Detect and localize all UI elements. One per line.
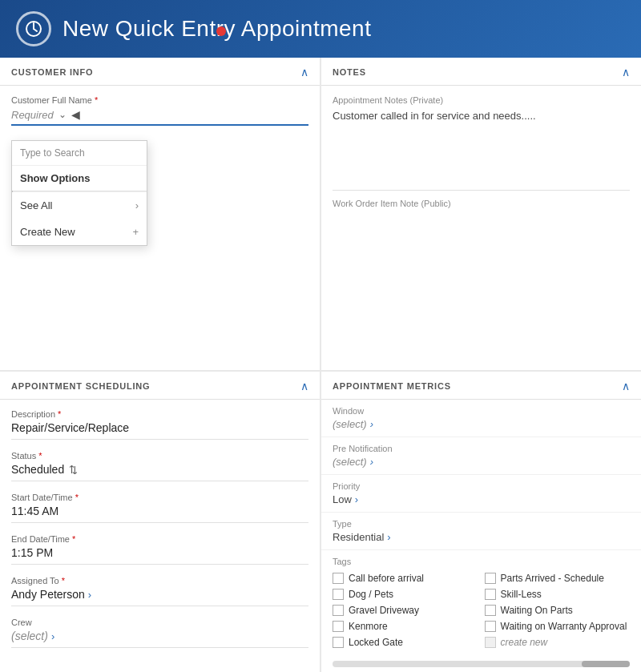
tag-item-1[interactable]: Parts Arrived - Schedule [485, 573, 631, 584]
status-field: Status * Scheduled ⇅ [11, 451, 308, 481]
window-value[interactable]: (select) › [333, 418, 630, 430]
public-notes-section: Work Order Item Note (Public) [333, 199, 630, 285]
main-content: CUSTOMER INFO ∧ Customer Full Name * Req… [0, 58, 641, 672]
tag-checkbox-6[interactable] [333, 621, 344, 632]
scroll-bar[interactable] [333, 661, 630, 667]
assigned-arrow-icon: › [88, 589, 91, 601]
scroll-thumb[interactable] [582, 661, 630, 667]
chevron-down-icon[interactable]: ⌄ [58, 109, 67, 120]
tag-checkbox-4[interactable] [333, 605, 344, 616]
tag-item-7[interactable]: Waiting on Warranty Approval [485, 621, 631, 632]
assigned-to-value[interactable]: Andy Peterson › [11, 588, 308, 606]
type-label: Type [333, 519, 630, 529]
private-notes-text[interactable]: Customer called in for service and needs… [333, 110, 630, 182]
start-datetime-value[interactable]: 11:45 AM [11, 505, 308, 523]
tag-item-6[interactable]: Kenmore [333, 621, 478, 632]
priority-label: Priority [333, 481, 630, 491]
notes-header: NOTES ∧ [321, 58, 641, 86]
notes-divider [333, 190, 630, 191]
metrics-collapse-icon[interactable]: ∧ [622, 380, 630, 392]
tag-label-8: Locked Gate [349, 637, 403, 648]
create-new-item[interactable]: Create New + [12, 219, 147, 245]
top-row: CUSTOMER INFO ∧ Customer Full Name * Req… [0, 58, 641, 370]
tag-checkbox-9[interactable] [485, 637, 496, 648]
tag-checkbox-0[interactable] [333, 573, 344, 584]
status-arrows-icon[interactable]: ⇅ [69, 464, 78, 476]
tag-item-4[interactable]: Gravel Driveway [333, 605, 478, 616]
tag-label-2: Dog / Pets [349, 589, 393, 600]
private-notes-section: Appointment Notes (Private) Customer cal… [333, 95, 630, 182]
tag-checkbox-8[interactable] [333, 637, 344, 648]
customer-dropdown: Type to Search Show Options See All › Cr… [11, 140, 147, 246]
description-label: Description * [11, 409, 308, 419]
notes-collapse-icon[interactable]: ∧ [622, 66, 630, 78]
metrics-body: Window (select) › Pre Notification (sele… [321, 400, 641, 667]
tag-item-9[interactable]: create new [485, 637, 631, 648]
dropdown-search-text[interactable]: Type to Search [12, 141, 147, 166]
tag-checkbox-2[interactable] [333, 589, 344, 600]
window-row: Window (select) › [321, 400, 641, 437]
tags-grid: Call before arrival Parts Arrived - Sche… [333, 573, 630, 648]
crew-value[interactable]: (select) › [11, 630, 308, 648]
notes-panel: NOTES ∧ Appointment Notes (Private) Cust… [321, 58, 641, 370]
customer-input-row[interactable]: Required ⌄ ◀ [11, 108, 308, 126]
tag-item-5[interactable]: Waiting On Parts [485, 605, 631, 616]
pre-notification-row: Pre Notification (select) › [321, 437, 641, 475]
end-datetime-field: End Date/Time * 1:15 PM [11, 534, 308, 565]
chevron-right-icon: › [135, 199, 139, 211]
private-notes-label: Appointment Notes (Private) [333, 95, 630, 105]
pre-notification-arrow-icon: › [370, 456, 373, 468]
tag-label-3: Skill-Less [501, 589, 542, 600]
scheduling-header: APPOINTMENT SCHEDULING ∧ [0, 372, 320, 400]
description-field: Description * Repair/Service/Replace [11, 409, 308, 440]
app-icon [16, 11, 51, 46]
tag-label-1: Parts Arrived - Schedule [501, 573, 604, 584]
type-value[interactable]: Residential › [333, 531, 630, 543]
metrics-title: APPOINTMENT METRICS [333, 381, 451, 391]
end-datetime-value[interactable]: 1:15 PM [11, 546, 308, 565]
tags-label: Tags [333, 557, 630, 566]
customer-info-collapse-icon[interactable]: ∧ [300, 66, 308, 78]
metrics-panel: APPOINTMENT METRICS ∧ Window (select) › … [321, 372, 641, 672]
required-star: * [95, 95, 98, 105]
customer-info-body: Customer Full Name * Required ⌄ ◀ Type t… [0, 86, 320, 140]
window-label: Window [333, 406, 630, 416]
tag-checkbox-5[interactable] [485, 605, 496, 616]
start-datetime-label: Start Date/Time * [11, 493, 308, 502]
tag-checkbox-1[interactable] [485, 573, 496, 584]
customer-info-title: CUSTOMER INFO [11, 67, 93, 77]
tag-item-2[interactable]: Dog / Pets [333, 589, 478, 600]
start-datetime-field: Start Date/Time * 11:45 AM [11, 493, 308, 523]
tag-item-3[interactable]: Skill-Less [485, 589, 631, 600]
tag-label-7: Waiting on Warranty Approval [501, 621, 627, 632]
show-options-button[interactable]: Show Options [12, 166, 147, 191]
window-arrow-icon: › [370, 418, 373, 430]
type-row: Type Residential › [321, 513, 641, 550]
see-all-item[interactable]: See All › [12, 192, 147, 219]
tag-checkbox-3[interactable] [485, 589, 496, 600]
tag-label-9: create new [501, 637, 548, 648]
tag-item-8[interactable]: Locked Gate [333, 637, 478, 648]
type-arrow-icon: › [387, 531, 390, 543]
tag-item-0[interactable]: Call before arrival [333, 573, 478, 584]
priority-arrow-icon: › [355, 493, 358, 505]
required-badge: Required [11, 109, 54, 121]
app-header: New Quick Entry Appointment [0, 0, 641, 58]
tag-label-6: Kenmore [349, 621, 388, 632]
cursor-indicator: ◀ [71, 108, 80, 121]
tag-label-5: Waiting On Parts [501, 605, 573, 616]
svg-line-2 [34, 29, 37, 31]
crew-arrow-icon: › [51, 630, 54, 642]
description-value[interactable]: Repair/Service/Replace [11, 421, 308, 440]
scheduling-panel: APPOINTMENT SCHEDULING ∧ Description * R… [0, 372, 320, 672]
public-notes-label: Work Order Item Note (Public) [333, 199, 630, 208]
plus-icon: + [132, 226, 139, 238]
pre-notification-value[interactable]: (select) › [333, 456, 630, 468]
tag-checkbox-7[interactable] [485, 621, 496, 632]
tags-section: Tags Call before arrival Parts Arrived -… [321, 550, 641, 658]
scheduling-collapse-icon[interactable]: ∧ [300, 380, 308, 392]
public-notes-text[interactable] [333, 213, 630, 285]
customer-name-label: Customer Full Name * [11, 95, 308, 105]
priority-value[interactable]: Low › [333, 493, 630, 505]
status-select[interactable]: Scheduled ⇅ [11, 463, 308, 481]
